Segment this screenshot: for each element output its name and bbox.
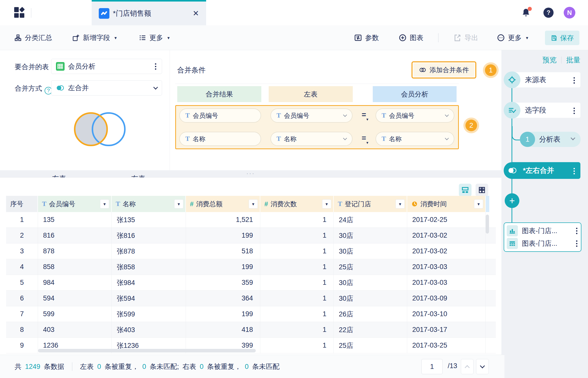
page-number-input[interactable] [421,359,443,374]
text-field-icon: T [42,200,46,208]
condition-left-field-select[interactable]: T会员编号 [270,108,352,123]
table-cell: 2017-03-02 [407,228,486,243]
add-condition-button[interactable]: 添加合并条件 [413,63,475,77]
table-cell: 1 [260,338,334,353]
toolbar-add-chart-button[interactable]: 图表 [399,25,423,50]
bar-chart-icon [507,225,518,236]
condition-result-field: T会员编号 [179,108,261,123]
chevron-down-icon [571,136,575,140]
linked-chart-item[interactable]: 图表-门店... [507,237,578,250]
kebab-menu-icon[interactable] [575,239,578,248]
table-cell [486,306,496,322]
kebab-menu-icon[interactable] [573,107,576,115]
toolbar-more-menu-button[interactable]: 更多 ▼ [497,25,529,50]
tour-step-badge-1: 1 [485,64,497,76]
column-filter-button[interactable]: ▼ [474,199,483,209]
notification-dot [528,7,532,11]
condition-right-field-select[interactable]: T名称 [376,132,454,146]
table-row[interactable]: 4858张858199125店2017-03-03 [6,259,496,275]
table-row[interactable]: 6594张594364130店2017-03-09 [6,291,496,306]
table-cell: 8 [6,322,38,338]
kebab-menu-icon[interactable] [575,227,578,235]
toolbar-params-button[interactable]: 参数 [354,25,379,50]
flow-node-select-fields[interactable]: 选字段 [504,102,580,119]
save-button[interactable]: 保存 [545,31,579,45]
flow-node-analysis-table[interactable]: 1 分析表 [520,132,581,147]
add-step-button[interactable]: + [505,193,519,208]
column-filter-button[interactable]: ▼ [174,199,183,209]
tab-close-icon[interactable]: ✕ [193,10,199,17]
column-filter-button[interactable]: ▼ [249,199,258,209]
table-cell: 6 [6,291,38,306]
preview-link[interactable]: 预览 [542,55,557,65]
data-table: 序号T会员编号▼T名称▼#消费总额▼#消费次数▼T登记门店▼消费时间▼ 1135… [6,196,496,353]
view-toggle-grid-button[interactable] [476,184,488,196]
table-cell: 1 [260,306,334,322]
notification-bell-icon[interactable] [521,8,531,18]
toolbar-more-button[interactable]: 更多 ▼ [139,25,170,50]
chevron-down-icon [445,136,449,140]
toolbar-export-button[interactable]: 导出 [453,25,478,50]
top-tab-bar: *门店销售额 ✕ ? N [0,0,588,25]
table-cell: 2 [6,228,38,243]
table-header-cell: T登记门店▼ [334,196,407,212]
result-table-panel: 序号T会员编号▼T名称▼#消费总额▼#消费次数▼T登记门店▼消费时间▼ 1135… [0,177,501,355]
column-filter-button[interactable]: ▼ [100,199,109,209]
operator-select[interactable]: =▼ [359,134,369,145]
page-down-button[interactable] [476,359,489,374]
table-row[interactable]: 1135张1351,521124店2017-02-25 [6,212,496,228]
table-cell [486,259,496,275]
table-row[interactable]: 7599张599199126店2017-03-10 [6,306,496,322]
table-header-cell: #消费次数▼ [260,196,334,212]
merge-table-select[interactable]: 会员分析 [51,59,162,74]
help-icon[interactable]: ? [543,8,554,18]
table-cell: 2017-03-10 [407,306,486,322]
text-field-icon: T [185,112,190,119]
avatar[interactable]: N [564,7,575,18]
table-cell: 30店 [334,228,407,243]
panel-resize-handle[interactable]: ··· [236,170,266,177]
table-header-cell: T名称▼ [112,196,186,212]
table-row[interactable]: 2816张816199130店2017-03-02 [6,228,496,243]
column-label: 消费总额 [196,200,222,209]
tab-store-sales[interactable]: *门店销售额 ✕ [92,0,206,25]
view-toggle-form-button[interactable] [459,184,472,196]
batch-link[interactable]: 批量 [566,55,580,65]
caret-down-icon: ▼ [114,36,117,40]
operator-select[interactable]: =▼ [359,110,369,121]
venn-diagram[interactable] [72,109,128,149]
app-logo-icon[interactable] [14,7,25,18]
table-row[interactable]: 3878张878518130店2017-03-02 [6,243,496,259]
table-cell [486,275,496,291]
horizontal-scrollbar[interactable] [38,349,256,352]
toolbar-group-summary-button[interactable]: 分类汇总 [14,25,52,50]
column-filter-button[interactable]: ▼ [322,199,331,209]
linked-chart-item[interactable]: 图表-门店... [507,225,578,237]
table-row[interactable]: 5984张984359130店2017-03-03 [6,275,496,291]
toolbar-add-field-button[interactable]: 新增字段 ▼ [72,25,117,50]
table-icon [56,62,65,71]
kebab-menu-icon[interactable] [573,76,576,85]
table-cell: 878 [38,243,112,259]
column-filter-button[interactable]: ▼ [396,199,405,209]
vertical-scrollbar[interactable] [486,215,489,234]
condition-right-field-select[interactable]: T会员编号 [376,108,454,123]
merge-method-select[interactable]: 左合并 [51,80,162,96]
kebab-menu-icon[interactable] [573,167,576,175]
column-chip-left-table: 左表 [269,86,353,102]
logo-divider [31,8,31,18]
table-cell [486,291,496,306]
column-label: 序号 [10,200,23,209]
condition-left-field-select[interactable]: T名称 [270,132,352,146]
status-bar: 共 1249 条数据 左表 0 条被重复， 0 条未匹配; 右表 0 条被重复，… [0,355,504,378]
page-up-button[interactable] [461,359,474,374]
table-row[interactable]: 8403张403418122店2017-03-17 [6,322,496,338]
analysis-flow-sidebar: 预览 批量 来源表 选字段 1 分析表 [504,50,588,378]
table-cell: 403 [38,322,112,338]
text-field-icon: T [116,200,120,208]
kebab-menu-icon[interactable] [154,62,157,71]
flow-node-source-table[interactable]: 来源表 [504,71,580,88]
flow-node-left-right-join[interactable]: *左右合并 [504,162,580,179]
table-header-cell: #消费总额▼ [186,196,260,212]
table-header-cell: 序号 [6,196,38,212]
